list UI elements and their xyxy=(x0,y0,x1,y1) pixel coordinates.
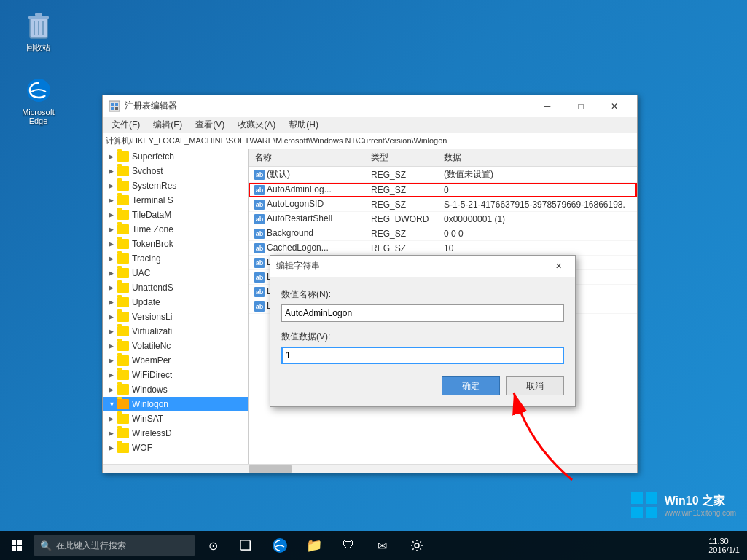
value-input[interactable] xyxy=(281,347,564,364)
win10-title: Win10 之家 xyxy=(665,494,736,509)
arrow-icon: ▶ xyxy=(109,167,117,175)
folder-icon xyxy=(117,239,129,249)
window-controls: ─ □ ✕ xyxy=(531,95,631,117)
arrow-icon: ▶ xyxy=(109,328,117,335)
taskbar-store[interactable]: 🛡 xyxy=(332,531,364,560)
menu-file[interactable]: 文件(F) xyxy=(106,117,146,133)
tree-item-wirelessd[interactable]: ▶ WirelessD xyxy=(103,426,248,441)
reg-data: 0 0 0 xyxy=(438,226,637,241)
taskbar-clock: 11:302016/1/1 xyxy=(708,537,740,554)
menu-favorites[interactable]: 收藏夹(A) xyxy=(232,117,281,133)
dialog-buttons: 确定 取消 xyxy=(281,376,564,395)
svg-rect-11 xyxy=(115,107,118,110)
dialog-close-button[interactable]: ✕ xyxy=(547,257,569,276)
taskbar: 🔍 在此键入进行搜索 ⊙ ❑ 📁 🛡 ✉ xyxy=(0,531,747,560)
edge-icon[interactable]: MicrosoftEdge xyxy=(11,73,66,128)
arrow-icon: ▶ xyxy=(109,153,117,160)
table-row[interactable]: abCachedLogon... REG_SZ 10 xyxy=(249,241,637,256)
taskbar-apps: ⊙ ❑ 📁 🛡 ✉ xyxy=(198,531,433,560)
dialog-titlebar: 编辑字符串 ✕ xyxy=(270,256,575,277)
taskbar-cortana[interactable]: ⊙ xyxy=(198,531,227,560)
tree-item-virtualizati[interactable]: ▶ Virtualizati xyxy=(103,324,248,339)
arrow-icon: ▶ xyxy=(109,284,117,291)
svg-point-22 xyxy=(415,543,419,548)
svg-rect-16 xyxy=(646,507,657,518)
arrow-icon: ▶ xyxy=(109,371,117,379)
tree-item-wifidirect[interactable]: ▶ WiFiDirect xyxy=(103,368,248,382)
arrow-icon: ▶ xyxy=(109,415,117,422)
horizontal-scrollbar[interactable] xyxy=(103,464,637,473)
tree-item-winsat[interactable]: ▶ WinSAT xyxy=(103,411,248,426)
edge-label: MicrosoftEdge xyxy=(22,108,55,125)
taskbar-settings[interactable] xyxy=(400,531,433,560)
name-input[interactable] xyxy=(281,304,564,322)
taskbar-edge[interactable] xyxy=(263,531,296,560)
table-row[interactable]: abAutoRestartShell REG_DWORD 0x00000001 … xyxy=(249,212,637,226)
tree-item-svchost[interactable]: ▶ Svchost xyxy=(103,164,248,178)
reg-type: REG_SZ xyxy=(365,241,438,256)
tree-panel[interactable]: ▶ Superfetch ▶ Svchost ▶ SystemRes ▶ xyxy=(103,149,249,464)
table-row[interactable]: abAutoLogonSID REG_SZ S-1-5-21-417663791… xyxy=(249,197,637,212)
start-button[interactable] xyxy=(0,531,33,560)
close-button[interactable]: ✕ xyxy=(598,95,631,117)
regedit-title-icon xyxy=(109,100,120,112)
tree-item-timezone[interactable]: ▶ Time Zone xyxy=(103,222,248,237)
cancel-button[interactable]: 取消 xyxy=(506,376,564,395)
table-row[interactable]: abBackground REG_SZ 0 0 0 xyxy=(249,226,637,241)
recycle-bin-icon[interactable]: 回收站 xyxy=(11,7,66,56)
taskbar-search[interactable]: 🔍 在此键入进行搜索 xyxy=(34,535,195,556)
search-placeholder: 在此键入进行搜索 xyxy=(56,540,126,552)
tree-item-terminals[interactable]: ▶ Terminal S xyxy=(103,193,248,208)
tree-item-tokenbrok[interactable]: ▶ TokenBrok xyxy=(103,237,248,251)
tree-item-tracing[interactable]: ▶ Tracing xyxy=(103,251,248,266)
table-row[interactable]: ab(默认) REG_SZ (数值未设置) xyxy=(249,167,637,183)
reg-name: abAutoAdminLog... xyxy=(249,183,365,197)
reg-type: REG_SZ xyxy=(365,226,438,241)
taskbar-explorer[interactable]: 📁 xyxy=(297,531,330,560)
menu-edit[interactable]: 编辑(E) xyxy=(147,117,188,133)
tree-item-winlogon[interactable]: ▼ Winlogon xyxy=(103,397,248,411)
reg-type: REG_SZ xyxy=(365,167,438,183)
minimize-button[interactable]: ─ xyxy=(531,95,564,117)
svg-rect-13 xyxy=(631,492,643,504)
arrow-icon: ▶ xyxy=(109,240,117,248)
tree-item-versionsli[interactable]: ▶ VersionsLi xyxy=(103,309,248,324)
folder-icon xyxy=(117,399,129,409)
window-titlebar: 注册表编辑器 ─ □ ✕ xyxy=(103,95,637,117)
folder-icon xyxy=(117,414,129,424)
table-row[interactable]: abAutoAdminLog... REG_SZ 0 xyxy=(249,183,637,197)
menu-help[interactable]: 帮助(H) xyxy=(283,117,324,133)
folder-icon xyxy=(117,384,129,395)
folder-icon xyxy=(117,326,129,336)
menu-view[interactable]: 查看(V) xyxy=(189,117,230,133)
tree-item-wbemper[interactable]: ▶ WbemPer xyxy=(103,353,248,368)
tree-item-unattends[interactable]: ▶ UnattendS xyxy=(103,280,248,295)
tree-item-uac[interactable]: ▶ UAC xyxy=(103,266,248,280)
data-label: 数值数据(V): xyxy=(281,331,564,343)
tree-item-tiledatam[interactable]: ▶ TileDataM xyxy=(103,208,248,222)
folder-icon xyxy=(117,312,129,322)
tree-item-volatilenc[interactable]: ▶ VolatileNc xyxy=(103,339,248,353)
reg-data: (数值未设置) xyxy=(438,167,637,183)
reg-data: 10 xyxy=(438,241,637,256)
taskbar-mail[interactable]: ✉ xyxy=(366,531,399,560)
arrow-icon: ▶ xyxy=(109,313,117,320)
maximize-button[interactable]: □ xyxy=(564,95,598,117)
tree-item-update[interactable]: ▶ Update xyxy=(103,295,248,309)
tree-item-windows[interactable]: ▶ Windows xyxy=(103,382,248,397)
ok-button[interactable]: 确定 xyxy=(442,376,500,395)
tree-item-superfetch[interactable]: ▶ Superfetch xyxy=(103,149,248,164)
folder-icon xyxy=(117,297,129,307)
folder-icon xyxy=(117,195,129,205)
recycle-bin-label: 回收站 xyxy=(26,42,50,53)
folder-icon xyxy=(117,355,129,366)
taskbar-taskview[interactable]: ❑ xyxy=(229,531,262,560)
tree-item-systemres[interactable]: ▶ SystemRes xyxy=(103,178,248,193)
folder-icon xyxy=(117,341,129,351)
reg-type: REG_SZ xyxy=(365,183,438,197)
tree-item-wof[interactable]: ▶ WOF xyxy=(103,441,248,455)
arrow-icon: ▶ xyxy=(109,255,117,262)
reg-name: abCachedLogon... xyxy=(249,241,365,256)
arrow-icon: ▶ xyxy=(109,197,117,204)
folder-icon xyxy=(117,181,129,191)
